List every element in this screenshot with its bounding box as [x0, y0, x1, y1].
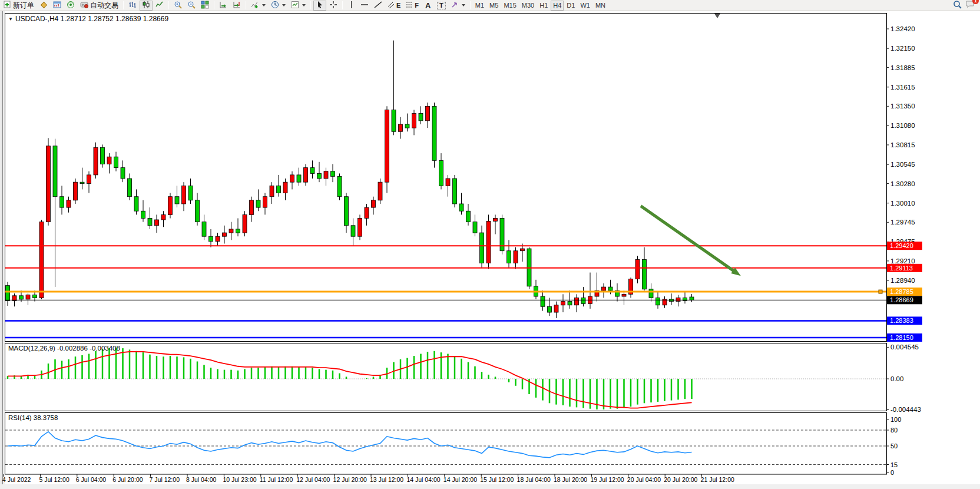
signals-button[interactable]: [64, 1, 77, 11]
chart-menu-icon[interactable]: ▼: [8, 16, 13, 22]
fibonacci-tool-button[interactable]: F: [403, 1, 421, 11]
time-axis: 4 Jul 20225 Jul 12:006 Jul 04:006 Jul 20…: [2, 474, 734, 483]
market-watch-button[interactable]: [51, 1, 64, 11]
svg-text:21 Jul 12:00: 21 Jul 12:00: [701, 476, 734, 483]
tab-timeframe-W1[interactable]: W1: [578, 1, 592, 11]
candle-body: [541, 296, 545, 306]
autotrading-button[interactable]: 自动交易: [78, 1, 121, 11]
tile-windows-button[interactable]: [198, 1, 211, 11]
candle-body: [480, 233, 484, 263]
svg-text:6 Jul 20:00: 6 Jul 20:00: [112, 476, 143, 483]
candle-body: [223, 233, 227, 236]
svg-text:15: 15: [890, 461, 898, 468]
svg-text:1.29745: 1.29745: [890, 219, 915, 226]
tab-timeframe-H4[interactable]: H4: [551, 1, 564, 11]
autotrading-icon: [80, 1, 88, 11]
svg-text:18 Jul 04:00: 18 Jul 04:00: [517, 476, 551, 483]
search-icon[interactable]: [953, 0, 962, 11]
channel-tool-button[interactable]: E: [385, 1, 403, 11]
candle-body: [432, 106, 436, 160]
candle-body: [229, 229, 233, 233]
vertical-line-tool-button[interactable]: [345, 1, 357, 11]
notification-badge: 1: [972, 0, 979, 4]
tab-timeframe-M5[interactable]: M5: [487, 1, 501, 11]
new-order-button[interactable]: 新订单: [1, 1, 37, 11]
auto-scroll-icon: [219, 1, 227, 11]
chart-canvas[interactable]: 1.324201.321501.318851.316151.313501.310…: [0, 11, 980, 489]
horizontal-lines-group[interactable]: 1.294201.291131.287851.286691.283831.281…: [5, 242, 922, 342]
candle-body: [426, 106, 430, 121]
candle-body: [507, 251, 511, 263]
line-chart-button[interactable]: [153, 1, 166, 11]
svg-text:12 Jul 04:00: 12 Jul 04:00: [296, 476, 330, 483]
metaeditor-button[interactable]: [37, 1, 50, 11]
svg-text:1.28785: 1.28785: [890, 288, 913, 295]
macd-signal-line: [8, 352, 692, 408]
rsi-line: [8, 432, 692, 458]
candle-chart-button[interactable]: [140, 1, 153, 11]
candle-body: [236, 229, 240, 233]
label-tool-button[interactable]: T: [435, 1, 448, 11]
zoom-in-button[interactable]: [171, 1, 184, 11]
candle-body: [175, 197, 179, 204]
candle-body: [486, 221, 491, 263]
candle-body: [304, 168, 308, 183]
macd-axis: 0.0045450.00-0.004443: [886, 343, 921, 413]
candle-body: [324, 171, 328, 179]
signals-icon: [67, 1, 75, 11]
indicators-icon: [251, 1, 259, 11]
symbol-ohlc-title: USDCAD-,H4 1.28712 1.28752 1.28639 1.286…: [15, 15, 168, 23]
svg-text:5 Jul 12:00: 5 Jul 12:00: [39, 476, 69, 483]
macd-indicator-label: MACD(12,26,9) -0.002886 -0.003408: [8, 345, 120, 352]
candle-body: [196, 200, 200, 222]
svg-text:1.30280: 1.30280: [890, 180, 915, 187]
macd-panel: [5, 343, 887, 411]
svg-text:1.30815: 1.30815: [890, 141, 915, 148]
trend-arrow-annotation[interactable]: [641, 206, 741, 276]
market-watch-icon: [53, 1, 61, 11]
cursor-button[interactable]: [313, 1, 326, 11]
hline-handle[interactable]: [879, 290, 882, 293]
tab-timeframe-D1[interactable]: D1: [564, 1, 577, 11]
candle-body: [283, 182, 287, 193]
svg-text:1.28383: 1.28383: [890, 317, 913, 324]
candle-body: [602, 287, 606, 290]
tab-timeframe-MN[interactable]: MN: [593, 1, 608, 11]
notifications-button[interactable]: 1: [965, 0, 975, 11]
svg-text:14 Jul 04:00: 14 Jul 04:00: [406, 476, 440, 483]
fibonacci-letter: F: [415, 2, 419, 9]
candle-body: [365, 207, 369, 218]
svg-text:1.32420: 1.32420: [890, 25, 915, 32]
candle-body: [453, 179, 457, 204]
indicators-button[interactable]: [249, 1, 268, 11]
horizontal-line-tool-button[interactable]: [358, 1, 371, 11]
text-tool-button[interactable]: A: [422, 1, 434, 11]
chart-shift-button[interactable]: [230, 1, 243, 11]
tab-timeframe-M1[interactable]: M1: [473, 1, 486, 11]
bar-chart-button[interactable]: [126, 1, 139, 11]
candle-body: [459, 204, 463, 211]
chart-shift-marker-icon[interactable]: [714, 14, 720, 18]
candle-body: [331, 171, 335, 177]
candle-body: [141, 211, 145, 218]
tab-timeframe-H1[interactable]: H1: [537, 1, 550, 11]
crosshair-icon: [329, 1, 337, 11]
shapes-tool-button[interactable]: [449, 1, 468, 11]
templates-button[interactable]: [289, 1, 308, 11]
zoom-out-button[interactable]: [185, 1, 198, 11]
crosshair-button[interactable]: [327, 1, 340, 11]
candle-body: [114, 157, 118, 167]
candle-body: [378, 182, 382, 200]
candle-body: [47, 146, 51, 222]
tab-timeframe-M15[interactable]: M15: [501, 1, 518, 11]
auto-scroll-button[interactable]: [217, 1, 230, 11]
periods-button[interactable]: [269, 1, 288, 11]
svg-text:0.004545: 0.004545: [890, 343, 919, 351]
text-tool-letter: A: [425, 2, 431, 9]
toolbar-separator: [342, 1, 343, 9]
svg-text:1.30545: 1.30545: [890, 161, 915, 168]
tab-timeframe-M30[interactable]: M30: [519, 1, 537, 11]
svg-text:80: 80: [890, 427, 898, 434]
candle-body: [561, 302, 565, 305]
trendline-tool-button[interactable]: [372, 1, 385, 11]
